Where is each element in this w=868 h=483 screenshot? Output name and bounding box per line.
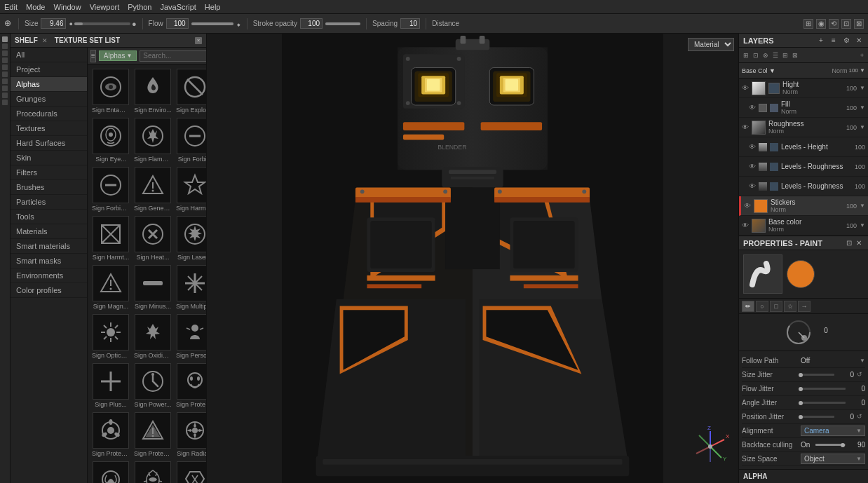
layer-dropdown-stickers[interactable]: ▼ [860, 203, 865, 209]
alphas-tab[interactable]: Alphas ▼ [99, 50, 137, 61]
brush-tab-circle[interactable]: ○ [756, 301, 768, 312]
layer-eye-stickers[interactable]: 👁 [744, 202, 751, 210]
texture-item-6[interactable]: Sign Forbi... [175, 116, 206, 164]
menu-window[interactable]: Window [54, 3, 81, 11]
texture-item-7[interactable]: Sign Forbist... [90, 165, 131, 213]
menu-mode[interactable]: Mode [26, 3, 46, 11]
prop-alignment-control[interactable]: Camera ▼ [801, 426, 865, 436]
layer-dropdown-roughness[interactable]: ▼ [860, 124, 865, 130]
layer-fill[interactable]: 👁 Fill Norm 100 ▼ [739, 98, 868, 118]
sidebar-tool-6[interactable] [2, 72, 8, 77]
layer-eye-bc[interactable]: 👁 [742, 222, 749, 229]
shelf-close-btn[interactable]: × [195, 37, 202, 44]
layer-eye-lh[interactable]: 👁 [749, 143, 756, 151]
layer-dropdown-bc[interactable]: ▼ [860, 222, 865, 229]
layers-tool-4[interactable]: ☰ [771, 51, 780, 60]
search-input[interactable] [140, 50, 206, 62]
material-selector[interactable]: Material [688, 38, 734, 51]
size-min-icon[interactable]: ● [69, 20, 72, 27]
brush-tab-arrow[interactable]: → [798, 301, 811, 312]
stroke-input[interactable] [300, 18, 323, 29]
nav-item-tools[interactable]: Tools [11, 210, 87, 224]
nav-item-textures[interactable]: Textures [11, 121, 87, 136]
material-select[interactable]: Material [688, 38, 734, 51]
menu-python[interactable]: Python [128, 3, 151, 11]
sidebar-tool-5[interactable] [2, 64, 8, 70]
nav-item-materials[interactable]: Materials [11, 224, 87, 239]
toolbar-icon-2[interactable]: ◉ [816, 19, 826, 29]
nav-item-procedurals[interactable]: Procedurals [11, 107, 87, 121]
brush-color-circle[interactable] [787, 260, 815, 288]
texture-item-21[interactable]: Sign Protec... [175, 362, 206, 409]
layers-filter-icon[interactable]: ⊞ [742, 51, 750, 60]
nav-item-brushes[interactable]: Brushes [11, 180, 87, 195]
layers-menu-btn[interactable]: ≡ [829, 36, 839, 46]
layers-add-btn[interactable]: + [816, 36, 826, 46]
nav-item-filters[interactable]: Filters [11, 165, 87, 180]
layer-eye-lr1[interactable]: 👁 [749, 163, 756, 170]
close-icon[interactable]: × [195, 37, 202, 44]
texture-item-16[interactable]: Sign Optica... [90, 313, 131, 360]
texture-item-24[interactable]: Sign Radia... [175, 411, 206, 458]
nav-item-particles[interactable]: Particles [11, 195, 87, 210]
texture-item-4[interactable]: Sign Eye... [90, 116, 131, 164]
layer-levels-roughness-1[interactable]: 👁 Levels - Roughness 100 [739, 157, 868, 177]
texture-item-12[interactable]: Sign Laser... [175, 215, 206, 262]
nav-item-all[interactable]: All [11, 48, 87, 62]
sidebar-tool-3[interactable] [2, 50, 8, 56]
layer-eye-roughness[interactable]: 👁 [742, 123, 749, 131]
stroke-slider[interactable] [325, 22, 360, 25]
prop-flow-jitter-slider[interactable] [801, 388, 846, 390]
sidebar-tool-1[interactable] [2, 36, 8, 42]
alignment-dropdown[interactable]: ▼ [856, 428, 862, 434]
nav-item-environments[interactable]: Environments [11, 268, 87, 283]
layer-hight[interactable]: 👁 Hight Norm 100 ▼ [739, 79, 868, 98]
layer-roughness[interactable]: 👁 Roughness Norm 100 ▼ [739, 118, 868, 137]
sidebar-tool-9[interactable] [2, 93, 8, 98]
layer-dropdown-fill[interactable]: ▼ [860, 104, 865, 111]
layer-eye-1[interactable]: 👁 [742, 84, 749, 92]
nav-item-smart-materials[interactable]: Smart materials [11, 239, 87, 254]
position-jitter-reset[interactable]: ↺ [857, 413, 865, 421]
sidebar-tool-4[interactable] [2, 57, 8, 63]
layer-stickers[interactable]: 👁 Stickers Norm 100 ▼ [739, 196, 868, 216]
prop-size-jitter-slider[interactable] [801, 374, 834, 376]
prop-follow-path-control[interactable]: Off ▼ [801, 357, 865, 365]
texture-item-17[interactable]: Sign Oxidize... [133, 313, 173, 360]
layers-close-btn[interactable]: ✕ [854, 36, 864, 46]
layers-tool-5[interactable]: ⊞ [781, 51, 789, 60]
flow-slider[interactable] [191, 22, 233, 25]
filter-btn[interactable]: ≡ [90, 50, 96, 62]
nav-item-hard-surfaces[interactable]: Hard Surfaces [11, 136, 87, 151]
texture-item-26[interactable]: Sign Recycl... [133, 460, 173, 483]
texture-item-18[interactable]: Sign Person... [175, 313, 206, 360]
size-max-icon[interactable]: ● [132, 20, 137, 28]
layer-eye-fill[interactable]: 👁 [749, 104, 756, 111]
brush-tab-square[interactable]: □ [770, 301, 782, 312]
prop-angle-jitter-slider[interactable] [801, 402, 846, 404]
texture-item-9[interactable]: Sign Harmful... [175, 165, 206, 213]
sidebar-tool-10[interactable] [2, 100, 8, 105]
spacing-input[interactable] [400, 18, 420, 29]
layers-base-col-row[interactable]: Base Col ▼ Norm 100 ▼ [739, 63, 868, 79]
menu-viewport[interactable]: Viewport [90, 3, 120, 11]
layers-settings-btn[interactable]: ⚙ [841, 36, 851, 46]
nav-item-grunges[interactable]: Grunges [11, 92, 87, 107]
texture-item-22[interactable]: Sign Protec... [90, 411, 131, 458]
toolbar-icon-3[interactable]: ⟲ [829, 19, 839, 29]
sidebar-tool-2[interactable] [2, 43, 8, 49]
layers-tool-2[interactable]: ⊡ [752, 51, 760, 60]
texture-item-2[interactable]: Sign Enviro... [133, 67, 173, 115]
texture-item-15[interactable]: Sign Multipl... [175, 264, 206, 311]
layers-tool-6[interactable]: ⊠ [791, 51, 799, 60]
follow-path-dropdown[interactable]: ▼ [860, 358, 865, 364]
texture-item-19[interactable]: Sign Plus... [90, 362, 131, 409]
layers-tool-3[interactable]: ⊗ [761, 51, 770, 60]
texture-item-1[interactable]: Sign Entam... [90, 67, 131, 115]
texture-item-8[interactable]: Sign Genera... [133, 165, 173, 213]
texture-item-11[interactable]: Sign Heat... [133, 215, 173, 262]
texture-item-25[interactable]: Sign Radiati... [90, 460, 131, 483]
texture-item-14[interactable]: Sign Minus... [133, 264, 173, 311]
texture-item-23[interactable]: Sign Protec... [133, 411, 173, 458]
properties-close-btn[interactable]: ✕ [854, 238, 864, 248]
